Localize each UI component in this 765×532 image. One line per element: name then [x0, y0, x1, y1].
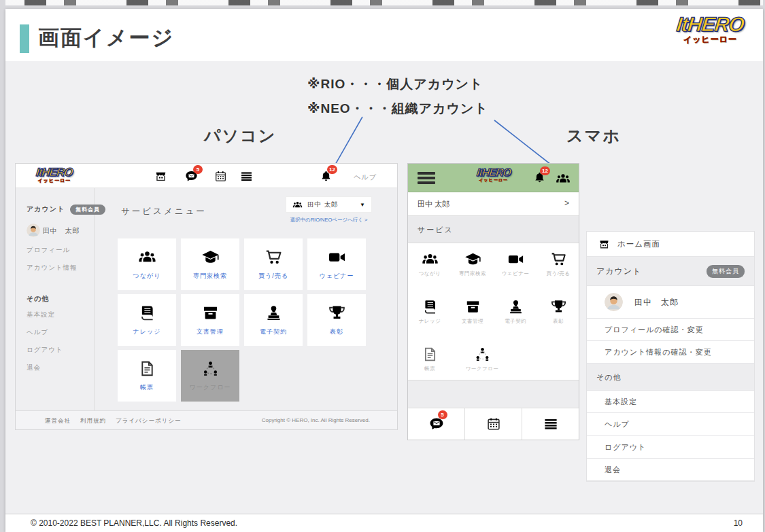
- tile-report[interactable]: 帳票: [118, 350, 176, 402]
- panel-item-profile[interactable]: プロフィールの確認・変更: [587, 319, 754, 341]
- notifications-button[interactable]: 12: [320, 170, 333, 183]
- tile-document-management[interactable]: 文書管理: [181, 294, 239, 346]
- avatar: [605, 293, 623, 311]
- phone-notifications-button[interactable]: 12: [533, 171, 546, 184]
- cart-icon: [265, 248, 283, 266]
- tile-label: 専門家検索: [193, 272, 227, 281]
- panel-user-row[interactable]: 田中 太郎: [587, 286, 754, 319]
- tile-label: 買う/売る: [258, 272, 288, 281]
- panel-item-account-info[interactable]: アカウント情報の確認・変更: [587, 341, 754, 363]
- rio-neo-page-link[interactable]: 選択中のRIO/NEOページへ行く >: [286, 217, 372, 224]
- phone-tile-label: 帳票: [409, 366, 451, 372]
- trophy-icon: [328, 304, 346, 322]
- phone-user-name: 田中 太郎: [418, 199, 449, 209]
- trophy-icon: [550, 298, 567, 315]
- phone-bottom-nav: 5: [408, 408, 579, 440]
- notifications-badge: 12: [327, 165, 337, 174]
- phone-tile-expert-search[interactable]: 専門家検索: [452, 251, 494, 277]
- stamp-icon: [265, 304, 283, 322]
- panel-item-settings[interactable]: 基本設定: [587, 391, 754, 413]
- panel-item-withdraw[interactable]: 退会: [587, 459, 754, 481]
- workflow-icon: [474, 346, 491, 363]
- panel-home-row[interactable]: ホーム画面: [587, 231, 754, 257]
- phone-services-heading-bar: サービス: [408, 216, 579, 243]
- member-badge: 無料会員: [70, 205, 105, 215]
- phone-tile-e-contract[interactable]: 電子契約: [494, 298, 537, 325]
- phone-nav-calendar[interactable]: [464, 408, 522, 440]
- chevron-down-icon: ▼: [360, 202, 365, 208]
- panel-account-heading-row: アカウント 無料会員: [587, 257, 754, 286]
- ithero-logo-kana: イッヒーロー: [677, 35, 744, 43]
- phone-tile-label: 電子契約: [494, 318, 537, 325]
- tile-e-contract[interactable]: 電子契約: [244, 294, 303, 346]
- copyright-text: © 2010-2022 BEST PLANNER,LLC. All Rights…: [31, 518, 237, 528]
- tile-knowledge[interactable]: ナレッジ: [118, 294, 176, 346]
- phone-nav-messages[interactable]: 5: [408, 408, 464, 440]
- phone-logo: ItHERO イッヒーロー: [408, 167, 579, 182]
- people-icon[interactable]: [556, 171, 571, 186]
- pc-footer: 運営会社 利用規約 プライバシーポリシー Copyright © HERO, I…: [16, 410, 397, 429]
- phone-services-heading: サービス: [418, 225, 454, 235]
- footer-link-terms[interactable]: 利用規約: [80, 417, 106, 425]
- graduation-cap-icon: [201, 248, 220, 266]
- phone-logo-text: ItHERO: [476, 167, 511, 178]
- help-link[interactable]: ヘルプ: [354, 173, 377, 182]
- sidebar-item-account-info[interactable]: アカウント情報: [27, 264, 78, 272]
- report-icon: [422, 346, 439, 363]
- pc-logo-text: ItHERO: [35, 166, 73, 178]
- annotation-rio: ※RIO・・・個人アカウント: [307, 75, 483, 93]
- phone-tile-tsunagari[interactable]: つながり: [409, 251, 451, 277]
- tile-workflow: ワークフロー: [181, 350, 239, 402]
- panel-account-heading: アカウント: [596, 266, 641, 277]
- home-storefront-icon[interactable]: [154, 170, 167, 183]
- tile-label: 帳票: [140, 383, 154, 392]
- book-icon: [422, 298, 439, 315]
- tile-award[interactable]: 表彰: [307, 294, 366, 346]
- phone-tile-label: つながり: [409, 270, 451, 277]
- tile-expert-search[interactable]: 専門家検索: [181, 238, 239, 290]
- title-accent-bar: [20, 24, 29, 53]
- phone-tile-webinar[interactable]: ウェビナー: [494, 251, 537, 277]
- calendar-icon[interactable]: [214, 170, 227, 183]
- sidebar-item-withdraw[interactable]: 退会: [27, 363, 41, 372]
- sidebar-item-profile[interactable]: プロフィール: [27, 246, 70, 255]
- sidebar-item-logout[interactable]: ログアウト: [27, 346, 63, 355]
- panel-member-badge: 無料会員: [707, 265, 745, 278]
- tile-tsunagari[interactable]: つながり: [118, 238, 176, 290]
- phone-tile-document-management[interactable]: 文書管理: [452, 298, 494, 325]
- sidebar-item-help[interactable]: ヘルプ: [27, 328, 48, 337]
- slide-canvas: { "slide": { "title": "画面イメージ", "footer_…: [0, 0, 765, 532]
- list-icon[interactable]: [240, 170, 253, 183]
- people-icon: [292, 200, 303, 210]
- messages-button[interactable]: 5: [185, 170, 198, 183]
- phone-tile-award[interactable]: 表彰: [537, 298, 579, 325]
- footer-link-privacy[interactable]: プライバシーポリシー: [116, 417, 182, 425]
- messages-badge: 5: [193, 165, 203, 174]
- phone-tile-knowledge[interactable]: ナレッジ: [409, 298, 451, 325]
- footer-link-company[interactable]: 運営会社: [45, 417, 71, 425]
- tile-label: ナレッジ: [133, 327, 161, 336]
- panel-item-label: ログアウト: [605, 442, 646, 452]
- sidebar-item-settings[interactable]: 基本設定: [27, 311, 55, 319]
- previous-slide-edge: [5, 0, 763, 5]
- avatar: [27, 224, 40, 237]
- tile-label: 表彰: [330, 327, 343, 336]
- tile-label: つながり: [133, 272, 161, 281]
- phone-mockup: ItHERO イッヒーロー 12 田中 太郎 > サービス つながり 専門家検索…: [407, 163, 579, 440]
- panel-item-logout[interactable]: ログアウト: [587, 436, 754, 459]
- pc-logo-kana: イッヒーロー: [36, 178, 73, 183]
- account-dropdown[interactable]: 田中 太郎 ▼: [286, 196, 372, 213]
- phone-tile-buy-sell[interactable]: 買う/売る: [537, 251, 579, 277]
- ithero-logo-text: ItHERO: [675, 14, 745, 35]
- phone-nav-list[interactable]: [522, 408, 579, 440]
- calendar-icon: [486, 416, 501, 431]
- panel-other-heading: その他: [596, 372, 622, 382]
- phone-tile-report[interactable]: 帳票: [409, 346, 451, 372]
- annotation-neo: ※NEO・・・組織アカウント: [307, 100, 488, 118]
- pc-logo[interactable]: ItHERO イッヒーロー: [36, 166, 73, 183]
- phone-user-row[interactable]: 田中 太郎 >: [408, 192, 579, 216]
- tile-webinar[interactable]: ウェビナー: [307, 238, 366, 290]
- sidebar-user[interactable]: 田中 太郎: [27, 224, 80, 237]
- panel-item-help[interactable]: ヘルプ: [587, 413, 754, 436]
- tile-buy-sell[interactable]: 買う/売る: [244, 238, 303, 290]
